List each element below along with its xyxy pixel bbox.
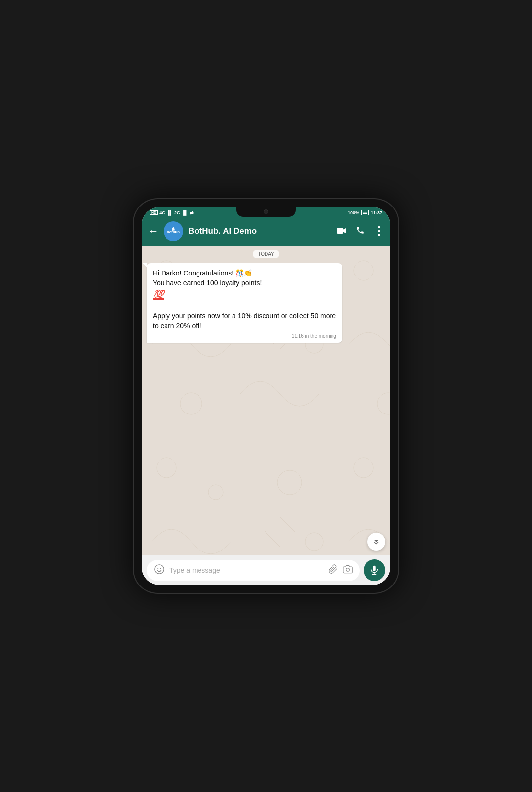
contact-name: BotHub. AI Demo (188, 226, 332, 236)
battery-percent: 100% (348, 210, 359, 215)
svg-point-3 (155, 564, 164, 573)
wifi-icon: ⇌ (190, 210, 194, 215)
chat-area: TODAY Hi Darko! Congratulations! 🎊👏 You … (142, 246, 390, 555)
video-call-icon[interactable] (337, 226, 347, 237)
scroll-down-button[interactable] (367, 533, 385, 551)
message-line2: You have earned 100 loyalty points! (153, 279, 262, 287)
emoji-button[interactable] (154, 564, 165, 577)
phone-notch (236, 207, 296, 217)
more-options-icon[interactable]: ⋮ (373, 225, 384, 238)
input-bar: Type a message (142, 555, 390, 585)
message-line1: Hi Darko! Congratulations! 🎊👏 (153, 269, 252, 277)
message-line3: Apply your points now for a 10% discount… (153, 312, 336, 330)
header-action-icons: ⋮ (337, 225, 384, 238)
message-input[interactable]: Type a message (169, 566, 323, 574)
hd-badge: HD (150, 210, 158, 215)
signal-bars-1: ▐▌ (166, 210, 173, 215)
message-text: Hi Darko! Congratulations! 🎊👏 You have e… (153, 268, 336, 331)
svg-point-5 (160, 568, 161, 569)
signal-bars-2: ▐▌ (182, 210, 188, 215)
clock: 11:37 (371, 210, 382, 215)
status-right: 100% ▬ 11:37 (348, 210, 382, 215)
4g-signal: 4G (159, 210, 165, 215)
2g-signal: 2G (174, 210, 180, 215)
camera-dot (264, 209, 268, 214)
hundred-emoji: 💯 (153, 290, 164, 300)
phone-screen: HD 4G ▐▌ 2G ▐▌ ⇌ 100% ▬ 11:37 ← bothub (142, 207, 390, 585)
date-badge-text: TODAY (253, 250, 279, 258)
camera-icon[interactable] (343, 564, 353, 577)
status-left: HD 4G ▐▌ 2G ▐▌ ⇌ (150, 210, 194, 215)
mic-button[interactable] (364, 559, 385, 581)
svg-rect-2 (337, 228, 343, 234)
message-bubble: Hi Darko! Congratulations! 🎊👏 You have e… (147, 263, 342, 343)
date-badge: TODAY (147, 250, 385, 258)
contact-avatar: bothub (164, 221, 183, 241)
phone-call-icon[interactable] (356, 226, 365, 237)
message-time: 11:16 in the morning (153, 333, 336, 339)
phone-frame: HD 4G ▐▌ 2G ▐▌ ⇌ 100% ▬ 11:37 ← bothub (133, 198, 399, 594)
back-button[interactable]: ← (148, 225, 159, 238)
svg-point-4 (157, 568, 158, 569)
message-input-container: Type a message (147, 560, 360, 581)
svg-point-6 (346, 568, 350, 571)
battery-icon: ▬ (361, 210, 369, 215)
chat-header: ← bothub BotHub. AI Demo (142, 217, 390, 246)
svg-rect-7 (373, 566, 376, 571)
attach-icon[interactable] (328, 564, 338, 577)
